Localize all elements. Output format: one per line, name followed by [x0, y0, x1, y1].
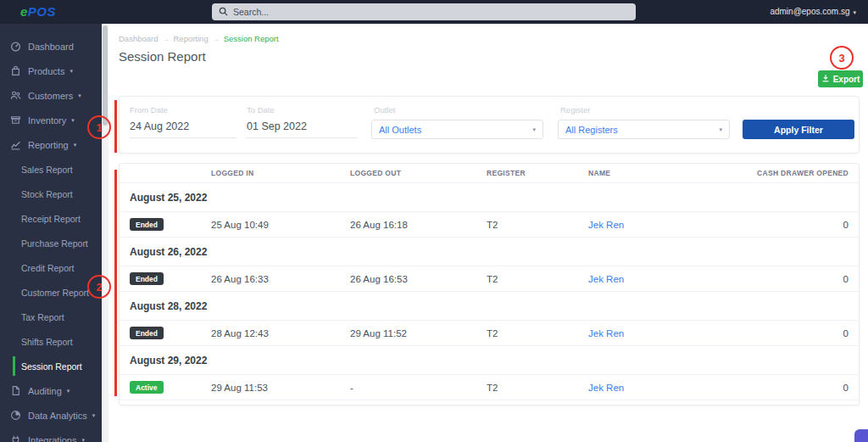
to-date-input[interactable]: 01 Sep 2022 [247, 120, 357, 138]
logo-e: e [20, 4, 28, 19]
date-group-header: August 26, 2022 [120, 238, 859, 266]
col-register: REGISTER [487, 169, 588, 177]
breadcrumb-separator-icon: → [162, 36, 169, 43]
annotation-marker-2: 2 [87, 275, 111, 299]
breadcrumb-dashboard[interactable]: Dashboard [119, 34, 158, 43]
filter-panel: From Date 24 Aug 2022 To Date 01 Sep 202… [119, 96, 860, 154]
global-search[interactable] [212, 3, 636, 20]
breadcrumb-separator-icon: → [213, 36, 220, 43]
date-group-header: August 28, 2022 [120, 292, 859, 321]
col-logged-in: LOGGED IN [211, 169, 350, 177]
name-link[interactable]: Jek Ren [588, 328, 749, 338]
session-table: LOGGED IN LOGGED OUT REGISTER NAME CASH … [119, 163, 860, 406]
sidebar-item-label: Reporting [28, 140, 69, 150]
sidebar-item-inventory[interactable]: Inventory ▾ [0, 108, 102, 132]
sidebar-item-session-report[interactable]: Session Report [0, 354, 102, 378]
status-badge: Ended [130, 272, 164, 285]
export-button[interactable]: Export [818, 70, 863, 87]
sidebar-item-reporting[interactable]: Reporting ▾ [0, 132, 102, 157]
sidebar-item-receipt-report[interactable]: Receipt Report [0, 206, 102, 231]
col-name: NAME [588, 169, 749, 177]
sidebar-item-sales-report[interactable]: Sales Report [0, 157, 102, 182]
sidebar-item-label: Integrations [28, 435, 76, 442]
outlet-selected-value: All Outlets [379, 125, 421, 135]
chevron-down-icon: ▾ [67, 388, 70, 394]
apply-filter-button[interactable]: Apply Filter [743, 120, 854, 139]
register-label: Register [560, 105, 590, 115]
download-icon [821, 74, 830, 84]
sidebar-item-auditing[interactable]: Auditing ▾ [0, 378, 102, 403]
breadcrumb: Dashboard→Reporting→Session Report [119, 34, 279, 43]
box-icon [10, 115, 21, 126]
date-group-header: August 29, 2022 [120, 346, 859, 375]
table-row: Ended 26 Aug 16:33 26 Aug 16:53 T2 Jek R… [120, 266, 859, 292]
search-input[interactable] [233, 7, 629, 17]
logged-in-cell: 28 Aug 12:43 [211, 328, 350, 338]
sidebar-item-credit-report[interactable]: Credit Report [0, 255, 102, 280]
status-badge: Active [130, 381, 164, 394]
page-scrollbar[interactable] [102, 24, 108, 442]
annotation-marker-3: 3 [830, 46, 854, 70]
from-date-input[interactable]: 24 Aug 2022 [130, 120, 236, 138]
account-menu[interactable]: admin@epos.com.sg▾ [770, 0, 856, 24]
sidebar-item-dashboard[interactable]: Dashboard [0, 34, 102, 59]
sidebar-item-label: Products [28, 66, 64, 76]
main-content: Dashboard→Reporting→Session Report Sessi… [108, 24, 868, 442]
register-cell: T2 [487, 383, 588, 393]
from-date-label: From Date [130, 105, 168, 115]
sidebar-item-stock-report[interactable]: Stock Report [0, 182, 102, 206]
annotation-line-1 [114, 100, 117, 153]
sidebar-sub-label: Shifts Report [21, 337, 73, 347]
chevron-down-icon: ▾ [81, 437, 85, 442]
logged-out-cell: 29 Aug 11:52 [350, 328, 487, 338]
sidebar-item-customer-report[interactable]: Customer Report [0, 280, 102, 305]
sidebar-sub-label: Stock Report [21, 189, 73, 199]
pie-chart-icon [10, 410, 21, 421]
logged-in-cell: 29 Aug 11:53 [211, 383, 350, 393]
sidebar-item-shifts-report[interactable]: Shifts Report [0, 329, 102, 354]
sidebar-item-tax-report[interactable]: Tax Report [0, 305, 102, 329]
export-label: Export [833, 75, 860, 84]
register-select[interactable]: All Registers ▾ [558, 120, 730, 139]
account-email: admin@epos.com.sg [770, 7, 849, 16]
epos-logo: ePOS [20, 0, 56, 24]
cash-drawer-cell: 0 [749, 220, 849, 230]
scrollbar-thumb[interactable] [103, 25, 108, 126]
breadcrumb-reporting[interactable]: Reporting [173, 34, 208, 43]
logged-out-cell: - [350, 383, 487, 393]
register-cell: T2 [487, 274, 588, 284]
register-cell: T2 [487, 220, 588, 230]
caret-down-icon: ▾ [532, 126, 536, 133]
plug-icon [10, 434, 21, 442]
topbar: ePOS admin@epos.com.sg▾ [0, 0, 868, 24]
sidebar-sub-label: Sales Report [21, 165, 73, 175]
register-selected-value: All Registers [565, 125, 618, 135]
sidebar-item-customers[interactable]: Customers ▾ [0, 83, 102, 108]
sidebar-item-purchase-report[interactable]: Purchase Report [0, 231, 102, 255]
logged-in-cell: 26 Aug 16:33 [211, 274, 350, 284]
caret-down-icon: ▾ [719, 126, 722, 133]
chevron-down-icon: ▾ [78, 92, 81, 99]
outlet-label: Outlet [374, 105, 395, 115]
sidebar-item-data-analytics[interactable]: Data Analytics ▾ [0, 403, 102, 428]
caret-down-icon: ▾ [853, 9, 856, 15]
name-link[interactable]: Jek Ren [588, 274, 749, 284]
page-title: Session Report [119, 49, 206, 64]
sidebar: Dashboard Products ▾ Customers ▾ Invento… [0, 24, 102, 442]
search-icon [219, 4, 233, 20]
sidebar-item-label: Auditing [28, 386, 62, 396]
status-badge: Ended [130, 218, 164, 231]
sidebar-item-products[interactable]: Products ▾ [0, 59, 102, 83]
cash-drawer-cell: 0 [749, 328, 849, 338]
name-link[interactable]: Jek Ren [588, 220, 749, 230]
to-date-label: To Date [247, 105, 275, 115]
sidebar-item-label: Customers [28, 91, 73, 101]
users-icon [10, 90, 21, 101]
name-link[interactable]: Jek Ren [588, 383, 749, 393]
outlet-select[interactable]: All Outlets ▾ [371, 120, 543, 139]
dashboard-icon [10, 41, 21, 52]
table-row: Ended 28 Aug 12:43 29 Aug 11:52 T2 Jek R… [120, 321, 859, 346]
chat-widget-button[interactable] [854, 429, 868, 442]
table-row: Ended 25 Aug 10:49 26 Aug 16:18 T2 Jek R… [120, 212, 859, 238]
sidebar-item-integrations[interactable]: Integrations ▾ [0, 428, 102, 442]
